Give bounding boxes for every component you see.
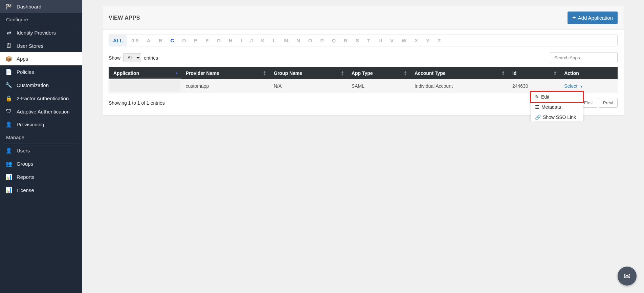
box-icon: 📦	[5, 56, 13, 62]
pagination: First Previ	[580, 98, 618, 108]
col-application[interactable]: Application ▲	[109, 67, 181, 79]
apps-table: Application ▲ Provider Name ▲▼ Group Nam…	[109, 67, 618, 93]
sidebar-item-apps[interactable]: 📦 Apps	[0, 52, 82, 65]
alpha-chip-k[interactable]: K	[257, 35, 269, 46]
alpha-chip-j[interactable]: J	[246, 35, 257, 46]
sort-icon: ▲	[175, 72, 178, 75]
exchange-icon: ⇄	[5, 29, 13, 36]
sidebar-item-two-factor[interactable]: 🔒 2-Factor Authentication	[0, 92, 82, 105]
show-label: Show	[109, 55, 120, 61]
alpha-chip-u[interactable]: U	[374, 35, 386, 46]
list-icon: ☰	[535, 104, 539, 110]
sidebar-item-policies[interactable]: 📄 Policies	[0, 65, 82, 79]
action-metadata[interactable]: ☰ Metadata	[531, 102, 583, 112]
action-edit[interactable]: ✎ Edit	[530, 91, 584, 103]
panel-body: ALL 0-9 ABCDEFGHIJKLMNOPQRSTUVWXYZ Show …	[103, 30, 624, 115]
alpha-chip-o[interactable]: O	[304, 35, 316, 46]
alpha-chip-c[interactable]: C	[166, 35, 178, 46]
alpha-chip-i[interactable]: I	[237, 35, 246, 46]
sidebar-item-label: Identity Providers	[17, 30, 56, 36]
sort-icon: ▲▼	[341, 70, 344, 76]
sort-icon: ▲▼	[404, 70, 407, 76]
sidebar-item-customization[interactable]: 🔧 Customization	[0, 79, 82, 92]
button-label: Add Application	[578, 15, 613, 21]
cell-application	[109, 79, 181, 93]
alpha-chip-w[interactable]: W	[398, 35, 410, 46]
alpha-chip-n[interactable]: N	[292, 35, 304, 46]
page-previous[interactable]: Previ	[599, 98, 618, 108]
plus-icon: +	[572, 14, 576, 21]
view-apps-panel: VIEW APPS + Add Application ALL 0-9 ABCD…	[103, 6, 624, 115]
sidebar-item-label: Policies	[17, 69, 34, 75]
alpha-chip-b[interactable]: B	[155, 35, 166, 46]
sidebar: 🏁 Dashboard Configure ⇄ Identity Provide…	[0, 0, 82, 121]
search-input[interactable]	[550, 53, 618, 63]
database-icon: 🗄	[5, 43, 13, 49]
alpha-chip-all[interactable]: ALL	[109, 35, 127, 46]
sidebar-item-label: Apps	[17, 56, 28, 62]
col-group-name[interactable]: Group Name ▲▼	[269, 67, 347, 79]
sidebar-item-label: Dashboard	[17, 4, 41, 9]
col-account-type[interactable]: Account Type ▲▼	[410, 67, 508, 79]
entries-select[interactable]: All	[123, 53, 141, 62]
sidebar-item-user-stores[interactable]: 🗄 User Stores	[0, 39, 82, 52]
pencil-icon: ✎	[535, 94, 539, 100]
table-row: customapp N/A SAML Individual Account 24…	[109, 79, 618, 93]
table-controls: Show All entries	[109, 53, 618, 63]
alpha-chip-r[interactable]: R	[340, 35, 352, 46]
shield-icon: 🛡	[5, 108, 13, 114]
alpha-chip-s[interactable]: S	[352, 35, 363, 46]
cell-provider-name: customapp	[181, 79, 269, 93]
col-id[interactable]: Id ▲▼	[508, 67, 559, 79]
col-provider-name[interactable]: Provider Name ▲▼	[181, 67, 269, 79]
caret-down-icon: ▼	[580, 85, 583, 88]
action-select-dropdown[interactable]: Select ▼ ✎ Edit ☰ Metadata	[564, 83, 583, 89]
sidebar-item-label: User Stores	[17, 43, 43, 49]
alpha-chip-m[interactable]: M	[280, 35, 292, 46]
cell-app-type: SAML	[347, 79, 410, 93]
sort-icon: ▲▼	[263, 70, 266, 76]
sidebar-item-identity-providers[interactable]: ⇄ Identity Providers	[0, 26, 82, 39]
alpha-chip-y[interactable]: Y	[422, 35, 434, 46]
panel-header: VIEW APPS + Add Application	[103, 6, 624, 30]
alpha-chip-e[interactable]: E	[190, 35, 201, 46]
main-content: VIEW APPS + Add Application ALL 0-9 ABCD…	[82, 0, 644, 121]
cell-group-name: N/A	[269, 79, 347, 93]
cell-action: Select ▼ ✎ Edit ☰ Metadata	[559, 79, 618, 93]
action-show-sso-link[interactable]: 🔗 Show SSO Link	[531, 112, 583, 121]
alpha-chip-a[interactable]: A	[143, 35, 155, 46]
sidebar-item-provisioning[interactable]: 👤 Provisioning	[0, 118, 82, 121]
alpha-chip-h[interactable]: H	[225, 35, 237, 46]
col-action: Action	[559, 67, 618, 79]
sidebar-item-label: Adaptive Authentication	[17, 109, 70, 114]
sidebar-section-configure: Configure	[0, 13, 82, 26]
alpha-chip-d[interactable]: D	[178, 35, 190, 46]
sort-icon: ▲▼	[553, 70, 557, 76]
add-application-button[interactable]: + Add Application	[568, 12, 618, 24]
alpha-chip-0-9[interactable]: 0-9	[127, 35, 143, 46]
alpha-chip-v[interactable]: V	[386, 35, 398, 46]
alpha-chip-g[interactable]: G	[213, 35, 225, 46]
alpha-chip-l[interactable]: L	[269, 35, 280, 46]
alpha-filter: ALL 0-9 ABCDEFGHIJKLMNOPQRSTUVWXYZ	[109, 35, 618, 46]
alpha-chip-t[interactable]: T	[363, 35, 374, 46]
cell-account-type: Individual Account	[410, 79, 508, 93]
sidebar-item-adaptive[interactable]: 🛡 Adaptive Authentication	[0, 105, 82, 118]
alpha-chip-p[interactable]: P	[316, 35, 328, 46]
show-entries: Show All entries	[109, 53, 158, 62]
sidebar-item-label: 2-Factor Authentication	[17, 96, 69, 101]
link-icon: 🔗	[535, 114, 541, 120]
dashboard-icon: 🏁	[5, 3, 13, 10]
entries-info: Showing 1 to 1 of 1 entries	[109, 100, 165, 106]
alpha-chip-q[interactable]: Q	[328, 35, 340, 46]
sort-icon: ▲▼	[502, 70, 505, 76]
alpha-chip-z[interactable]: Z	[434, 35, 445, 46]
document-icon: 📄	[5, 69, 13, 75]
sidebar-item-label: Customization	[17, 82, 49, 88]
sidebar-item-dashboard[interactable]: 🏁 Dashboard	[0, 0, 82, 13]
alpha-chip-f[interactable]: F	[201, 35, 213, 46]
alpha-chip-x[interactable]: X	[410, 35, 422, 46]
col-app-type[interactable]: App Type ▲▼	[347, 67, 410, 79]
page-title: VIEW APPS	[109, 15, 140, 21]
wrench-icon: 🔧	[5, 82, 13, 88]
